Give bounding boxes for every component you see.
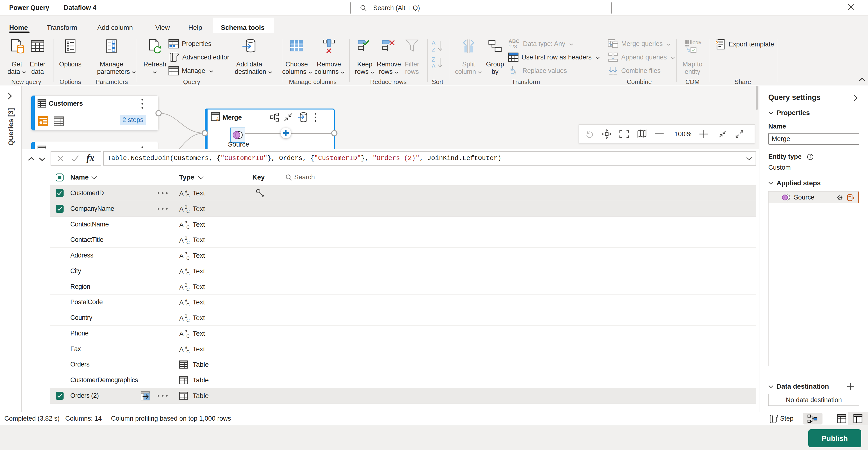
svg-text:A: A (179, 190, 184, 197)
svg-text:C: C (186, 240, 190, 245)
svg-text:C: C (186, 256, 190, 260)
svg-text:ABC: ABC (508, 38, 520, 44)
svg-text:CDM: CDM (692, 41, 702, 45)
svg-text:C: C (186, 271, 190, 276)
svg-text:C: C (186, 287, 190, 291)
svg-text:123: 123 (508, 43, 517, 49)
svg-text:A: A (179, 252, 184, 260)
svg-text:C: C (186, 225, 190, 229)
svg-text:C: C (186, 333, 190, 338)
svg-text:C: C (186, 302, 190, 307)
svg-text:C: C (186, 209, 190, 214)
svg-text:C: C (186, 318, 190, 322)
svg-text:A: A (431, 39, 436, 47)
svg-text:A: A (431, 63, 436, 70)
svg-text:C: C (186, 193, 190, 198)
svg-text:A: A (179, 284, 184, 291)
svg-text:Z: Z (431, 56, 435, 63)
svg-text:A: A (179, 315, 184, 322)
svg-text:Z: Z (431, 46, 435, 54)
svg-text:A: A (179, 268, 184, 275)
svg-text:A: A (179, 299, 184, 306)
svg-text:C: C (186, 349, 190, 354)
svg-text:A: A (179, 346, 184, 353)
svg-text:A: A (179, 330, 184, 338)
svg-text:A: A (179, 236, 184, 244)
svg-text:A: A (179, 221, 184, 229)
svg-text:A: A (179, 205, 184, 213)
